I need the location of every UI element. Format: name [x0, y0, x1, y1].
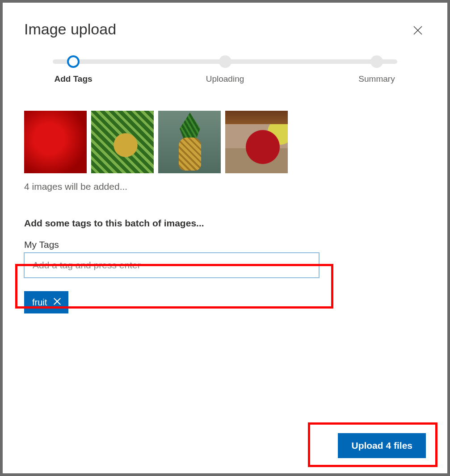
- modal-footer: Upload 4 files: [338, 433, 426, 458]
- close-icon: [412, 25, 423, 38]
- tag-chip[interactable]: fruit: [24, 291, 68, 313]
- remove-tag-icon[interactable]: [52, 296, 62, 309]
- upload-files-button[interactable]: Upload 4 files: [338, 433, 426, 458]
- step-label: Add Tags: [54, 74, 92, 84]
- my-tags-label: My Tags: [24, 239, 426, 250]
- tag-input[interactable]: [24, 253, 319, 278]
- image-upload-modal: Image upload Add Tags Uplo: [3, 3, 447, 473]
- thumbnail-row: [24, 111, 426, 173]
- thumbnail-image[interactable]: [158, 111, 221, 173]
- step-dot-inactive: [370, 55, 383, 68]
- close-button[interactable]: [410, 23, 426, 39]
- thumbnail-image[interactable]: [24, 111, 87, 173]
- tag-input-wrap: [24, 253, 426, 278]
- step-add-tags: Add Tags: [46, 55, 100, 84]
- progress-stepper: Add Tags Uploading Summary: [46, 55, 404, 84]
- step-uploading: Uploading: [198, 55, 252, 84]
- thumbnail-image[interactable]: [91, 111, 154, 173]
- image-count-status: 4 images will be added...: [24, 181, 426, 192]
- step-summary: Summary: [350, 55, 404, 84]
- modal-backdrop: Image upload Add Tags Uplo: [0, 0, 450, 476]
- step-dot-inactive: [219, 55, 231, 68]
- step-dot-active: [67, 55, 80, 68]
- thumbnail-image[interactable]: [225, 111, 288, 173]
- step-label: Summary: [358, 74, 395, 84]
- modal-title: Image upload: [24, 21, 116, 38]
- tag-section-heading: Add some tags to this batch of images...: [24, 218, 426, 229]
- modal-header: Image upload: [24, 21, 426, 39]
- tag-chip-label: fruit: [32, 297, 47, 308]
- step-label: Uploading: [206, 74, 244, 84]
